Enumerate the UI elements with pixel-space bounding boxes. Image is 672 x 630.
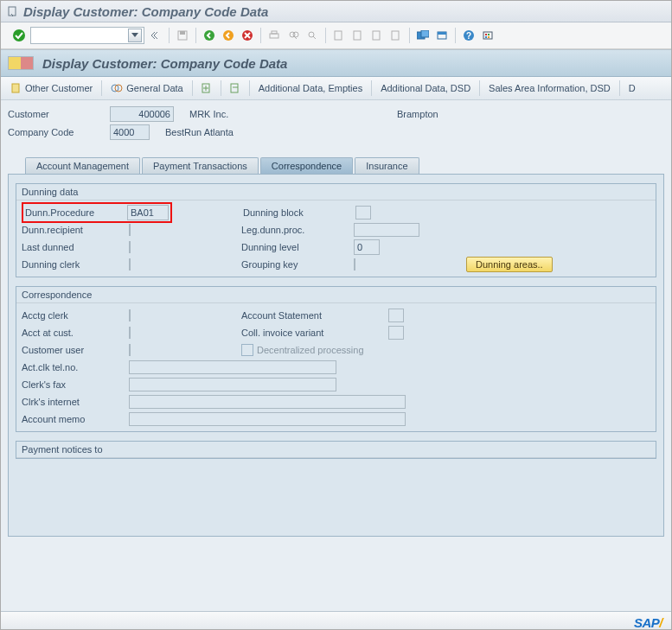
leg-dunn-proc-label: Leg.dunn.proc. <box>241 225 354 235</box>
separator <box>619 80 620 96</box>
highlight-dunn-procedure: Dunn.Procedure BA01 <box>22 202 172 223</box>
svg-point-4 <box>204 30 214 41</box>
app-window: Display Customer: Company Code Data <box>0 0 672 630</box>
separator <box>192 80 193 96</box>
company-code-row: Company Code 4000 BestRun Atlanta <box>8 124 664 141</box>
system-toolbar: ? <box>1 22 671 49</box>
create-shortcut-icon[interactable] <box>434 28 450 43</box>
additional-data-dsd-button[interactable]: Additional Data, DSD <box>375 81 476 95</box>
more-button[interactable]: D <box>624 81 641 95</box>
dunning-level-field[interactable]: 0 <box>354 239 380 255</box>
last-page-icon[interactable] <box>388 28 404 43</box>
icon-button-1[interactable] <box>196 81 217 95</box>
leg-dunn-proc-field[interactable] <box>354 223 419 237</box>
application-toolbar: Other Customer General Data Additional D… <box>1 77 671 100</box>
svg-rect-13 <box>354 31 361 40</box>
new-session-icon[interactable] <box>415 28 431 43</box>
help-icon[interactable]: ? <box>461 28 477 43</box>
svg-rect-31 <box>231 84 238 92</box>
grouping-key-field[interactable] <box>354 258 355 270</box>
svg-text:?: ? <box>466 31 471 41</box>
cancel-icon[interactable] <box>240 28 255 43</box>
sales-area-dsd-button[interactable]: Sales Area Information, DSD <box>483 81 616 95</box>
dunning-areas-button[interactable]: Dunning areas.. <box>466 257 553 272</box>
group-dunning-data: Dunning data Dunn.Procedure BA01 Dunning… <box>16 183 656 277</box>
acct-at-cust-field[interactable] <box>129 327 131 339</box>
customer-city: Brampton <box>397 109 438 119</box>
enter-icon[interactable] <box>11 28 27 43</box>
status-bar: SAP/ <box>1 612 671 630</box>
tab-insurance[interactable]: Insurance <box>355 157 419 174</box>
find-next-icon[interactable] <box>304 28 320 43</box>
tab-account-management[interactable]: Account Management <box>25 157 140 174</box>
customer-label: Customer <box>8 109 110 119</box>
customer-name: MRK Inc. <box>189 109 397 119</box>
svg-rect-26 <box>488 36 490 38</box>
button-label: Other Customer <box>25 83 93 93</box>
svg-rect-7 <box>270 34 278 38</box>
acctg-clerk-label: Acctg clerk <box>22 310 129 321</box>
group-label: Correspondence <box>16 287 656 303</box>
tabstrip: Account Management Payment Transactions … <box>8 155 664 174</box>
customize-icon[interactable] <box>480 28 496 43</box>
general-data-button[interactable]: General Data <box>106 81 188 95</box>
collapse-icon[interactable] <box>148 28 163 43</box>
clrk-internet-label: Clrk's internet <box>22 397 129 407</box>
separator <box>479 80 480 96</box>
header-icons[interactable] <box>8 56 34 70</box>
acctg-clerk-field[interactable] <box>129 309 131 321</box>
company-code-name: BestRun Atlanta <box>165 127 234 137</box>
dunning-clerk-label: Dunning clerk <box>22 259 129 270</box>
tab-correspondence[interactable]: Correspondence <box>260 157 353 174</box>
dunning-block-field[interactable] <box>355 206 371 220</box>
icon-button-2[interactable] <box>225 81 246 95</box>
window-title: Display Customer: Company Code Data <box>23 4 268 19</box>
tab-payment-transactions[interactable]: Payment Transactions <box>142 157 259 174</box>
group-correspondence: Correspondence Acctg clerk Account State… <box>16 286 656 432</box>
coll-invoice-variant-field[interactable] <box>388 326 404 340</box>
command-field[interactable] <box>30 27 144 44</box>
sap-logo: SAP/ <box>634 615 662 630</box>
additional-data-empties-button[interactable]: Additional Data, Empties <box>253 81 368 95</box>
clerk-fax-field[interactable] <box>129 378 336 391</box>
save-icon[interactable] <box>175 28 190 43</box>
find-icon[interactable] <box>285 28 301 43</box>
last-dunned-label: Last dunned <box>22 242 129 252</box>
print-icon[interactable] <box>266 28 282 43</box>
act-clk-tel-field[interactable] <box>129 360 336 374</box>
dropdown-icon[interactable] <box>128 29 142 42</box>
customer-user-field[interactable] <box>129 344 131 356</box>
other-customer-button[interactable]: Other Customer <box>6 81 98 95</box>
dunning-block-label: Dunning block <box>243 207 355 218</box>
dunn-procedure-field[interactable]: BA01 <box>127 205 169 220</box>
account-statement-label: Account Statement <box>241 310 388 321</box>
last-dunned-field[interactable] <box>129 241 131 253</box>
back-icon[interactable] <box>202 28 217 43</box>
dunn-procedure-label: Dunn.Procedure <box>25 207 127 218</box>
decentralized-checkbox <box>241 344 253 356</box>
customer-number: 400006 <box>110 106 174 122</box>
titlebar: Display Customer: Company Code Data <box>1 1 671 22</box>
account-statement-field[interactable] <box>388 309 404 322</box>
svg-rect-12 <box>335 31 342 40</box>
company-code-number: 4000 <box>110 124 150 140</box>
dunning-clerk-field[interactable] <box>129 258 131 270</box>
clrk-internet-field[interactable] <box>129 395 406 409</box>
next-page-icon[interactable] <box>369 28 385 43</box>
grouping-key-label: Grouping key <box>241 259 354 270</box>
screen-header: Display Customer: Company Code Data <box>1 50 671 77</box>
separator <box>101 80 102 96</box>
dunn-recipient-field[interactable] <box>129 224 131 236</box>
group-label: Payment notices to <box>16 442 656 458</box>
svg-rect-14 <box>373 31 380 40</box>
separator <box>455 28 456 43</box>
account-memo-field[interactable] <box>129 412 406 426</box>
window-menu-icon[interactable] <box>8 6 18 16</box>
svg-rect-3 <box>180 31 185 35</box>
svg-point-10 <box>293 32 298 37</box>
button-label: Additional Data, DSD <box>381 83 470 93</box>
exit-icon[interactable] <box>221 28 236 43</box>
separator <box>371 80 372 96</box>
first-page-icon[interactable] <box>331 28 347 43</box>
prev-page-icon[interactable] <box>350 28 366 43</box>
